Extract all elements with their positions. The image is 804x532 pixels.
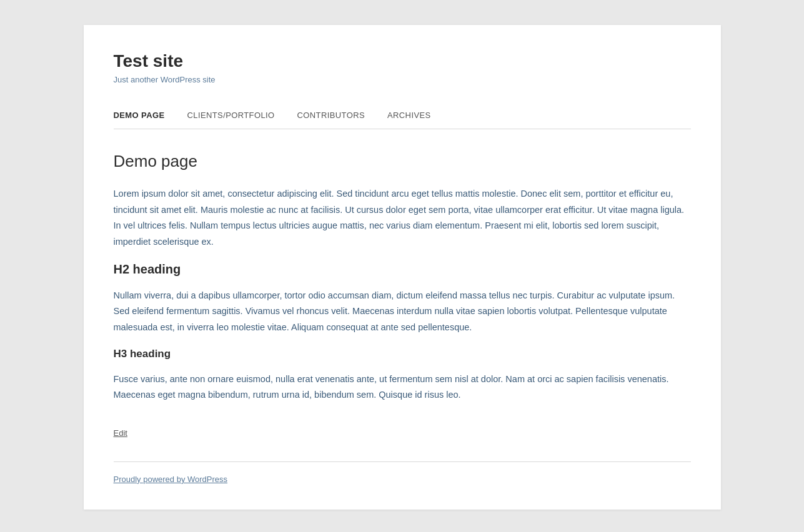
nav-item-clients-portfolio[interactable]: CLIENTS/PORTFOLIO <box>187 102 286 129</box>
powered-by[interactable]: Proudly powered by WordPress <box>114 475 228 484</box>
h2-heading: H2 heading <box>114 262 691 277</box>
intro-paragraph: Lorem ipsum dolor sit amet, consectetur … <box>114 186 691 250</box>
h3-paragraph: Fusce varius, ante non ornare euismod, n… <box>114 372 691 403</box>
site-tagline: Just another WordPress site <box>114 75 691 84</box>
edit-link[interactable]: Edit <box>114 428 127 438</box>
footer-divider <box>114 461 691 462</box>
h2-paragraph: Nullam viverra, dui a dapibus ullamcorpe… <box>114 288 691 335</box>
nav-item-demo-page[interactable]: DEMO PAGE <box>114 102 176 129</box>
main-content: Demo page Lorem ipsum dolor sit amet, co… <box>114 129 691 450</box>
site-nav: DEMO PAGE CLIENTS/PORTFOLIO CONTRIBUTORS… <box>114 102 691 129</box>
h3-heading: H3 heading <box>114 348 691 360</box>
site-title: Test site <box>114 50 691 72</box>
site-branding: Test site Just another WordPress site <box>114 50 691 84</box>
page-title: Demo page <box>114 152 691 171</box>
nav-item-archives[interactable]: ARCHIVES <box>387 102 442 129</box>
site-container: Test site Just another WordPress site DE… <box>84 25 721 510</box>
site-footer: Proudly powered by WordPress <box>114 473 691 485</box>
nav-item-contributors[interactable]: CONTRIBUTORS <box>297 102 376 129</box>
